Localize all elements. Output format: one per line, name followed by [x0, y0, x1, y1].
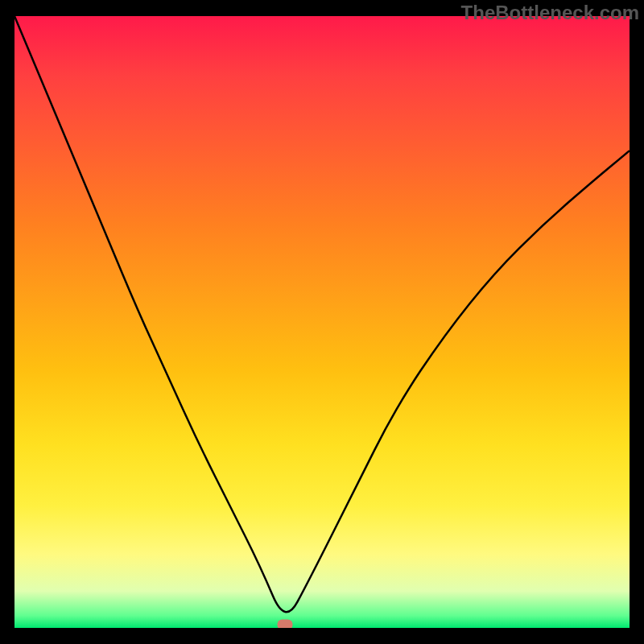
bottleneck-curve	[14, 16, 630, 628]
chart-area	[14, 16, 630, 628]
optimal-point-marker	[278, 620, 293, 628]
watermark-text: TheBottleneck.com	[461, 2, 639, 24]
